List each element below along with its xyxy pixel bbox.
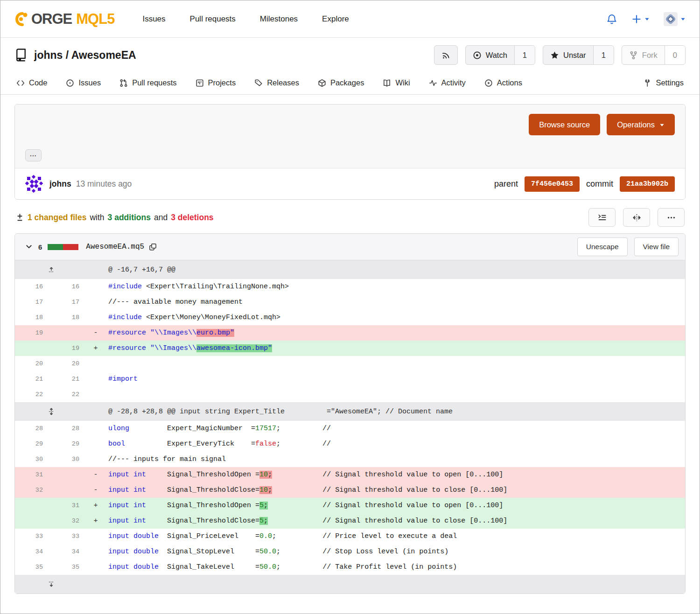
new-line-number[interactable]: 33 <box>51 533 88 540</box>
old-line-number[interactable]: 35 <box>15 564 51 571</box>
fork-label: Fork <box>642 51 658 60</box>
old-line-number[interactable]: 22 <box>15 391 51 398</box>
tab-wiki[interactable]: Wiki <box>383 78 410 87</box>
commit-message-toggle-button[interactable]: ... <box>25 149 42 161</box>
new-line-number[interactable]: 35 <box>51 564 88 571</box>
old-line-number[interactable]: 18 <box>15 314 51 321</box>
stats-with: with <box>90 213 104 223</box>
parent-label: parent <box>494 179 518 189</box>
copy-path-icon[interactable] <box>149 243 157 251</box>
expand-down-button[interactable] <box>15 580 88 588</box>
repo-name-link[interactable]: AwesomeEA <box>71 49 136 61</box>
tab-activity[interactable]: Activity <box>429 78 466 87</box>
old-line-number[interactable]: 34 <box>15 548 51 555</box>
tab-projects[interactable]: Projects <box>196 78 236 87</box>
nav-link-explore[interactable]: Explore <box>322 14 349 24</box>
diff-hunk-row <box>15 575 685 593</box>
old-line-number[interactable]: 28 <box>15 425 51 432</box>
create-new-dropdown[interactable] <box>631 14 650 24</box>
tab-issues[interactable]: Issues <box>66 78 101 87</box>
commit-hash-button[interactable]: 21aa3b902b <box>620 176 675 192</box>
file-tree-icon <box>598 213 607 222</box>
diff-line-del: 31-input int Signal_ThresholdOpen =10; /… <box>15 467 685 482</box>
tab-actions[interactable]: Actions <box>484 78 522 87</box>
nav-link-issues[interactable]: Issues <box>142 14 165 24</box>
tab-releases[interactable]: Releases <box>254 78 299 87</box>
new-line-number[interactable]: 29 <box>51 440 88 447</box>
old-line-number[interactable]: 20 <box>15 360 51 367</box>
expand-up-button[interactable] <box>15 266 88 273</box>
nav-link-pull-requests[interactable]: Pull requests <box>190 14 236 24</box>
nav-link-milestones[interactable]: Milestones <box>260 14 298 24</box>
new-line-number[interactable]: 21 <box>51 376 88 383</box>
code-line: ulong Expert_MagicNumber =17517; // <box>104 425 685 433</box>
old-line-number[interactable]: 31 <box>15 471 51 478</box>
watch-count[interactable]: 1 <box>514 46 535 64</box>
old-line-number[interactable]: 17 <box>15 299 51 306</box>
tab-pull-requests[interactable]: Pull requests <box>119 78 176 87</box>
unstar-button[interactable]: Unstar <box>543 46 593 64</box>
new-line-number[interactable]: 34 <box>51 548 88 555</box>
old-line-number[interactable]: 19 <box>15 329 51 336</box>
new-line-number[interactable]: 18 <box>51 314 88 321</box>
old-line-number[interactable]: 29 <box>15 440 51 447</box>
fork-button[interactable]: Fork <box>622 46 665 64</box>
tab-settings[interactable]: Settings <box>643 78 684 87</box>
tab-packages[interactable]: Packages <box>318 78 364 87</box>
old-line-number[interactable]: 32 <box>15 487 51 494</box>
new-line-number[interactable]: 32 <box>51 517 88 524</box>
unstar-label: Unstar <box>563 51 586 60</box>
old-line-number[interactable]: 33 <box>15 533 51 540</box>
new-line-number[interactable]: 28 <box>51 425 88 432</box>
changed-files-count[interactable]: 1 changed files <box>28 213 86 223</box>
watch-button[interactable]: Watch <box>466 46 514 64</box>
repo-owner-link[interactable]: johns <box>34 49 63 61</box>
caret-down-icon <box>644 16 650 21</box>
collapse-file-chevron-icon[interactable] <box>25 243 33 251</box>
commit-author[interactable]: johns <box>49 179 71 189</box>
ellipsis-icon <box>667 213 676 222</box>
author-avatar[interactable] <box>25 175 43 193</box>
diff-line-ctx: 3030//--- inputs for main signal <box>15 452 685 467</box>
old-line-number[interactable]: 16 <box>15 283 51 290</box>
new-line-number[interactable]: 17 <box>51 299 88 306</box>
split-view-button[interactable] <box>623 208 650 227</box>
expand-both-button[interactable] <box>15 408 88 415</box>
fork-count[interactable]: 0 <box>665 46 685 64</box>
operations-dropdown-button[interactable]: Operations <box>607 114 675 135</box>
navbar-right <box>606 12 686 26</box>
view-file-button[interactable]: View file <box>634 237 679 256</box>
new-line-number[interactable]: 19 <box>51 345 88 352</box>
old-line-number[interactable]: 21 <box>15 376 51 383</box>
user-menu[interactable] <box>664 12 686 26</box>
file-tree-toggle-button[interactable] <box>588 208 616 227</box>
notifications-bell-icon[interactable] <box>606 14 617 25</box>
repo-header: johns / AwesomeEA <box>0 38 700 71</box>
new-line-number[interactable]: 20 <box>51 360 88 367</box>
new-line-number[interactable]: 22 <box>51 391 88 398</box>
diff-line-ctx: 3434input double Signal_StopLevel =50.0;… <box>15 544 685 559</box>
old-line-number[interactable]: 30 <box>15 456 51 463</box>
code-line: #import <box>104 375 685 383</box>
code-line: //--- inputs for main signal <box>104 455 685 463</box>
browse-source-button[interactable]: Browse source <box>529 114 600 135</box>
file-name[interactable]: AwesomeEA.mq5 <box>86 243 144 251</box>
hunk-header-text: @ -16,7 +16,7 @@ <box>104 266 685 274</box>
commit-meta: johns 13 minutes ago parent 7f456e0453 c… <box>15 168 685 199</box>
forge-mql5-logo[interactable]: ORGE MQL5 <box>14 11 114 28</box>
star-count[interactable]: 1 <box>593 46 614 64</box>
new-line-number[interactable]: 30 <box>51 456 88 463</box>
diff-options-button[interactable] <box>658 208 685 227</box>
diff-marker: + <box>88 502 104 509</box>
parent-hash-button[interactable]: 7f456e0453 <box>525 176 580 192</box>
diff-stats-bar: 1 changed files with 3 additions and 3 d… <box>15 208 685 227</box>
unescape-button[interactable]: Unescape <box>577 237 628 256</box>
pull-request-icon <box>119 79 128 87</box>
main-content: Browse source Operations ... <box>0 95 700 594</box>
code-line: #include <Expert\Money\MoneyFixedLot.mqh… <box>104 314 685 321</box>
project-board-icon <box>196 79 204 87</box>
new-line-number[interactable]: 16 <box>51 283 88 290</box>
tab-code[interactable]: Code <box>16 78 47 87</box>
rss-button[interactable] <box>434 45 458 65</box>
new-line-number[interactable]: 31 <box>51 502 88 509</box>
